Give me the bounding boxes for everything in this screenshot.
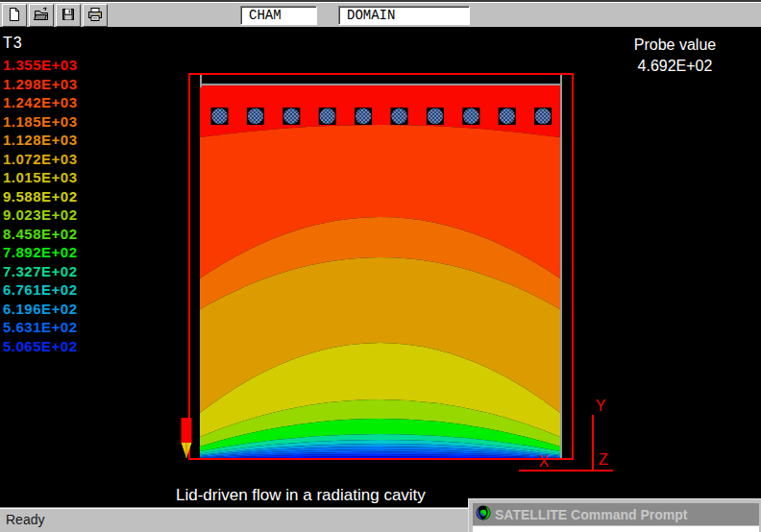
save-icon bbox=[61, 7, 76, 25]
satellite-window-content bbox=[473, 526, 759, 532]
application-window: T3 1.355E+031.298E+031.242E+031.185E+031… bbox=[0, 0, 761, 532]
status-text: Ready bbox=[6, 512, 44, 527]
axis-label-y: Y bbox=[596, 398, 606, 414]
axis-label-z: Z bbox=[599, 451, 608, 468]
axis-label-x: X bbox=[539, 453, 550, 470]
open-folder-button[interactable] bbox=[29, 4, 54, 27]
satellite-window-titlebar[interactable]: SATELLITE Command Prompt bbox=[473, 503, 759, 525]
cham-field[interactable] bbox=[240, 6, 317, 25]
satellite-command-prompt-window[interactable]: SATELLITE Command Prompt bbox=[468, 498, 761, 532]
open-folder-icon bbox=[34, 7, 49, 25]
toolbar bbox=[0, 0, 761, 27]
new-file-icon bbox=[7, 7, 22, 25]
print-icon bbox=[87, 7, 103, 25]
graphics-viewport[interactable]: T3 1.355E+031.298E+031.242E+031.185E+031… bbox=[0, 27, 761, 507]
domain-field[interactable] bbox=[338, 6, 470, 25]
satellite-window-title: SATELLITE Command Prompt bbox=[495, 507, 687, 522]
plot-caption: Lid-driven flow in a radiating cavity bbox=[176, 486, 426, 505]
print-button[interactable] bbox=[83, 4, 108, 27]
save-button[interactable] bbox=[56, 4, 81, 27]
contour-bands bbox=[200, 85, 560, 459]
satellite-app-icon bbox=[476, 505, 491, 524]
contour-plot[interactable]: Y X Z bbox=[0, 27, 761, 507]
new-file-button[interactable] bbox=[2, 4, 27, 27]
